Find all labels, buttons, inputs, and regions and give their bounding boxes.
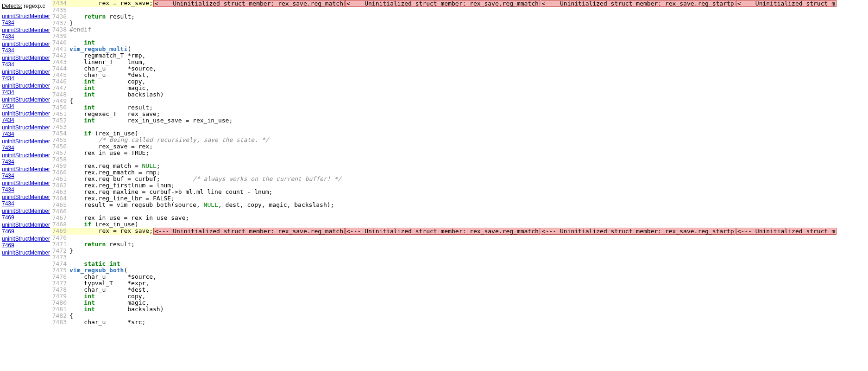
code-line: 7435 <box>52 7 868 13</box>
code-line: 7450 int result; <box>52 104 868 111</box>
defect-item: uninitStructMember <box>2 249 50 256</box>
code-line: 7469 rex = rex_save;<--- Uninitialized s… <box>52 228 868 235</box>
line-number: 7467 <box>52 215 69 221</box>
code-line: 7442 regmmatch_T *rmp, <box>52 52 868 59</box>
defect-link[interactable]: uninitStructMember 7434 <box>2 110 50 123</box>
defect-item: uninitStructMember 7434 <box>2 194 50 207</box>
code-line: 7464 rex.reg_line_lbr = FALSE; <box>52 195 868 202</box>
defect-annotation[interactable]: <--- Uninitialized struct member: rex_sa… <box>153 0 345 7</box>
code-content: /* Being called recursively, save the st… <box>69 137 269 143</box>
line-number: 7436 <box>52 13 69 20</box>
code-content: int result; <box>69 104 153 111</box>
code-content: rex = rex_save; <box>69 0 153 7</box>
defect-link[interactable]: uninitStructMember 7469 <box>2 208 50 221</box>
code-line: 7473 <box>52 254 868 261</box>
code-line: 7455 /* Being called recursively, save t… <box>52 137 868 143</box>
code-line: 7456 rex_save = rex; <box>52 143 868 150</box>
line-number: 7460 <box>52 169 69 176</box>
line-number: 7443 <box>52 59 69 65</box>
defect-annotation[interactable]: <--- Uninitialized struct member: rex_sa… <box>541 228 736 235</box>
line-number: 7434 <box>52 0 69 7</box>
defect-item: uninitStructMember 7434 <box>2 41 50 54</box>
defect-link[interactable]: uninitStructMember 7434 <box>2 13 50 26</box>
defect-item: uninitStructMember 7434 <box>2 152 50 165</box>
defect-item: uninitStructMember 7469 <box>2 222 50 235</box>
line-number: 7439 <box>52 33 69 39</box>
code-line: 7465 result = vim_regsub_both(source, NU… <box>52 202 868 208</box>
defect-item: uninitStructMember 7434 <box>2 124 50 137</box>
defect-link[interactable]: uninitStructMember 7434 <box>2 194 50 207</box>
line-number: 7466 <box>52 208 69 215</box>
defect-item: uninitStructMember 7434 <box>2 110 50 123</box>
defect-link[interactable]: uninitStructMember 7434 <box>2 138 50 151</box>
defect-link[interactable]: uninitStructMember 7434 <box>2 41 50 54</box>
code-line: 7452 int rex_in_use_save = rex_in_use; <box>52 117 868 124</box>
code-line: 7445 char_u *dest, <box>52 72 868 78</box>
line-number: 7456 <box>52 143 69 150</box>
code-area[interactable]: 7434 rex = rex_save;<--- Uninitialized s… <box>52 0 868 371</box>
code-line: 7451 regexec_T rex_save; <box>52 111 868 117</box>
defect-annotation[interactable]: <--- Uninitialized struct member: rex_sa… <box>153 228 345 235</box>
defect-link[interactable]: uninitStructMember 7469 <box>2 236 50 249</box>
line-number: 7445 <box>52 72 69 78</box>
code-line: 7475vim_regsub_both( <box>52 267 868 274</box>
code-content: rex.reg_line_lbr = FALSE; <box>69 195 175 202</box>
line-number: 7477 <box>52 280 69 287</box>
defect-annotation[interactable]: <--- Uninitialized struct member: rex_sa… <box>345 228 540 235</box>
code-content: static int <box>69 261 120 267</box>
defect-link[interactable]: uninitStructMember 7434 <box>2 55 50 68</box>
defect-link[interactable]: uninitStructMember 7434 <box>2 166 50 179</box>
code-line: 7440 int <box>52 39 868 46</box>
defect-link[interactable]: uninitStructMember <box>2 249 50 256</box>
line-number: 7450 <box>52 104 69 111</box>
code-line: 7444 char_u *source, <box>52 65 868 72</box>
code-line: 7482{ <box>52 313 868 319</box>
line-number: 7463 <box>52 189 69 195</box>
code-content: rex_in_use = rex_in_use_save; <box>69 215 189 221</box>
defect-item: uninitStructMember 7469 <box>2 236 50 249</box>
defect-list: uninitStructMember 7434uninitStructMembe… <box>2 13 50 256</box>
code-content: typval_T *expr, <box>69 280 149 287</box>
line-number: 7448 <box>52 91 69 98</box>
defect-link[interactable]: uninitStructMember 7434 <box>2 27 50 40</box>
defect-item: uninitStructMember 7469 <box>2 208 50 221</box>
code-line: 7480 int magic, <box>52 300 868 306</box>
defect-link[interactable]: uninitStructMember 7434 <box>2 124 50 137</box>
defect-link[interactable]: uninitStructMember 7434 <box>2 152 50 165</box>
code-content: char_u *source, <box>69 65 157 72</box>
line-number: 7451 <box>52 111 69 117</box>
line-number: 7453 <box>52 124 69 130</box>
code-content: char_u *src; <box>69 319 145 326</box>
defect-link[interactable]: uninitStructMember 7434 <box>2 96 50 109</box>
defect-item: uninitStructMember 7434 <box>2 27 50 40</box>
code-line: 7441vim_regsub_multi( <box>52 46 868 52</box>
defect-annotation[interactable]: <--- Uninitialized struct member: rex_sa… <box>541 0 736 7</box>
code-content: rex_save = rex; <box>69 143 153 150</box>
defect-item: uninitStructMember 7434 <box>2 166 50 179</box>
line-number: 7461 <box>52 176 69 182</box>
code-content: int rex_in_use_save = rex_in_use; <box>69 117 233 124</box>
code-line: 7470 <box>52 235 868 241</box>
defect-link[interactable]: uninitStructMember 7469 <box>2 222 50 235</box>
defect-annotation[interactable]: <--- Uninitialized struct member: rex_sa… <box>345 0 540 7</box>
defect-link[interactable]: uninitStructMember 7434 <box>2 69 50 82</box>
defect-link[interactable]: uninitStructMember 7434 <box>2 83 50 96</box>
code-line: 7477 typval_T *expr, <box>52 280 868 287</box>
line-number: 7471 <box>52 241 69 248</box>
code-content: } <box>69 20 73 26</box>
defect-annotation[interactable]: <--- Uninitialized struct m <box>736 0 837 7</box>
code-content: regmmatch_T *rmp, <box>69 52 145 59</box>
line-number: 7464 <box>52 195 69 202</box>
line-number: 7435 <box>52 7 69 13</box>
line-number: 7465 <box>52 202 69 208</box>
line-number: 7437 <box>52 20 69 26</box>
defect-annotation[interactable]: <--- Uninitialized struct m <box>736 228 837 235</box>
line-number: 7474 <box>52 261 69 267</box>
code-line: 7479 int copy, <box>52 293 868 300</box>
code-content: int backslash) <box>69 306 164 313</box>
line-number: 7479 <box>52 293 69 300</box>
line-number: 7473 <box>52 254 69 261</box>
defect-link[interactable]: uninitStructMember 7434 <box>2 180 50 193</box>
line-number: 7469 <box>52 228 69 235</box>
code-line: 7437} <box>52 20 868 26</box>
